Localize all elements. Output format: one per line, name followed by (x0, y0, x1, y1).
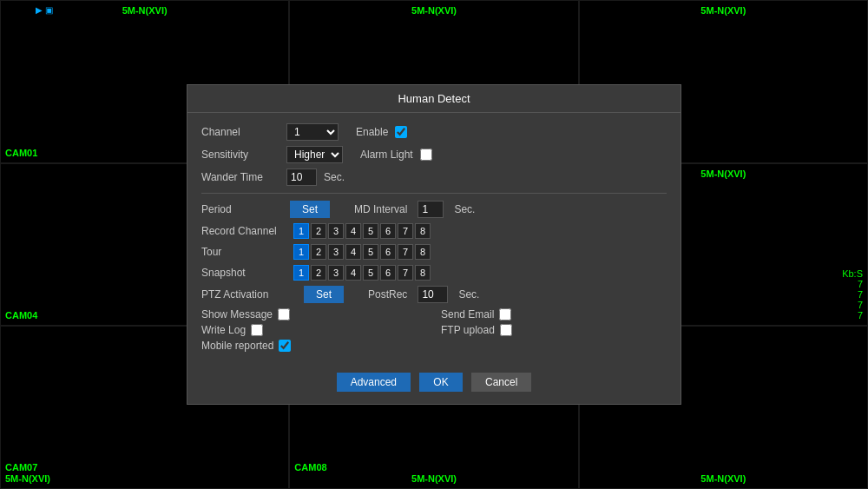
snap-ch-8[interactable]: 8 (415, 265, 431, 281)
snap-ch-1[interactable]: 1 (293, 265, 309, 281)
ptz-set-button[interactable]: Set (304, 286, 344, 303)
record-ch-4[interactable]: 4 (345, 223, 361, 239)
period-label: Period (201, 203, 279, 215)
enable-label: Enable (356, 126, 388, 138)
tour-ch-4[interactable]: 4 (345, 244, 361, 260)
md-interval-unit: Sec. (454, 203, 475, 215)
dialog-footer: Advanced OK Cancel (187, 362, 681, 404)
snap-ch-5[interactable]: 5 (363, 265, 378, 281)
postrec-label: PostRec (368, 288, 407, 301)
ptz-row: PTZ Activation Set PostRec Sec. (201, 286, 667, 303)
ok-button[interactable]: OK (419, 373, 463, 392)
record-ch-5[interactable]: 5 (363, 223, 378, 239)
channel-label: Channel (201, 126, 279, 138)
sensitivity-select[interactable]: LowerLowMediumHighHigher (286, 146, 343, 163)
write-log-checkbox[interactable] (251, 324, 263, 336)
dialog-overlay: Human Detect Channel 1234 5678 Enable Se… (0, 0, 868, 489)
period-row: Period Set MD Interval Sec. (201, 201, 667, 218)
snapshot-label: Snapshot (201, 267, 293, 279)
channel-select[interactable]: 1234 5678 (286, 123, 339, 141)
wander-time-label: Wander Time (201, 171, 279, 183)
enable-checkbox[interactable] (395, 126, 407, 138)
snap-ch-4[interactable]: 4 (345, 265, 361, 281)
wander-time-unit: Sec. (324, 171, 345, 183)
wander-time-input[interactable] (286, 169, 317, 186)
snapshot-row: Snapshot 1 2 3 4 5 6 7 8 (201, 265, 667, 281)
tour-label: Tour (201, 246, 293, 258)
sensitivity-label: Sensitivity (201, 149, 279, 161)
record-channel-row: Record Channel 1 2 3 4 5 6 7 8 (201, 223, 667, 239)
record-channel-nums: 1 2 3 4 5 6 7 8 (293, 223, 431, 239)
snap-ch-3[interactable]: 3 (328, 265, 344, 281)
snap-ch-2[interactable]: 2 (311, 265, 326, 281)
tour-channel-nums: 1 2 3 4 5 6 7 8 (293, 244, 431, 260)
postrec-input[interactable] (418, 286, 448, 303)
sensitivity-row: Sensitivity LowerLowMediumHighHigher Ala… (201, 146, 667, 163)
snap-ch-7[interactable]: 7 (398, 265, 413, 281)
snap-ch-6[interactable]: 6 (380, 265, 396, 281)
tour-ch-8[interactable]: 8 (415, 244, 431, 260)
postrec-unit: Sec. (458, 288, 479, 301)
show-message-checkbox[interactable] (278, 308, 290, 320)
send-email-row: Send Email (441, 308, 667, 320)
tour-row: Tour 1 2 3 4 5 6 7 8 (201, 244, 667, 260)
record-ch-7[interactable]: 7 (398, 223, 413, 239)
human-detect-dialog: Human Detect Channel 1234 5678 Enable Se… (187, 84, 681, 405)
show-message-row: Show Message (201, 308, 427, 320)
tour-ch-1[interactable]: 1 (293, 244, 309, 260)
record-ch-8[interactable]: 8 (415, 223, 431, 239)
tour-ch-5[interactable]: 5 (363, 244, 378, 260)
mobile-reported-checkbox[interactable] (279, 340, 291, 352)
mobile-reported-row: Mobile reported (201, 340, 427, 352)
mobile-reported-label: Mobile reported (201, 340, 273, 352)
tour-ch-7[interactable]: 7 (398, 244, 413, 260)
dialog-title: Human Detect (187, 85, 681, 113)
show-message-label: Show Message (201, 308, 273, 320)
record-ch-2[interactable]: 2 (311, 223, 326, 239)
send-email-label: Send Email (441, 308, 494, 320)
record-ch-3[interactable]: 3 (328, 223, 344, 239)
write-log-row: Write Log (201, 324, 427, 336)
snapshot-channel-nums: 1 2 3 4 5 6 7 8 (293, 265, 431, 281)
tour-ch-3[interactable]: 3 (328, 244, 344, 260)
md-interval-input[interactable] (418, 201, 444, 218)
write-log-label: Write Log (201, 324, 246, 336)
wander-time-row: Wander Time Sec. (201, 169, 667, 186)
ftp-upload-row: FTP upload (441, 324, 667, 336)
ptz-label: PTZ Activation (201, 288, 293, 301)
tour-ch-2[interactable]: 2 (311, 244, 326, 260)
divider-1 (201, 193, 667, 194)
period-set-button[interactable]: Set (290, 201, 330, 218)
checkbox-section: Show Message Send Email Write Log FTP up… (201, 308, 667, 352)
cancel-button[interactable]: Cancel (471, 373, 531, 392)
ftp-upload-label: FTP upload (441, 324, 495, 336)
ftp-upload-checkbox[interactable] (500, 324, 512, 336)
alarm-light-label: Alarm Light (360, 149, 413, 161)
send-email-checkbox[interactable] (499, 308, 511, 320)
record-ch-6[interactable]: 6 (380, 223, 396, 239)
channel-row: Channel 1234 5678 Enable (201, 123, 667, 141)
dialog-body: Channel 1234 5678 Enable Sensitivity Low… (187, 113, 681, 362)
tour-ch-6[interactable]: 6 (380, 244, 396, 260)
md-interval-label: MD Interval (354, 203, 407, 215)
record-ch-1[interactable]: 1 (293, 223, 309, 239)
alarm-light-checkbox[interactable] (420, 149, 432, 161)
advanced-button[interactable]: Advanced (337, 373, 411, 392)
record-channel-label: Record Channel (201, 225, 293, 237)
